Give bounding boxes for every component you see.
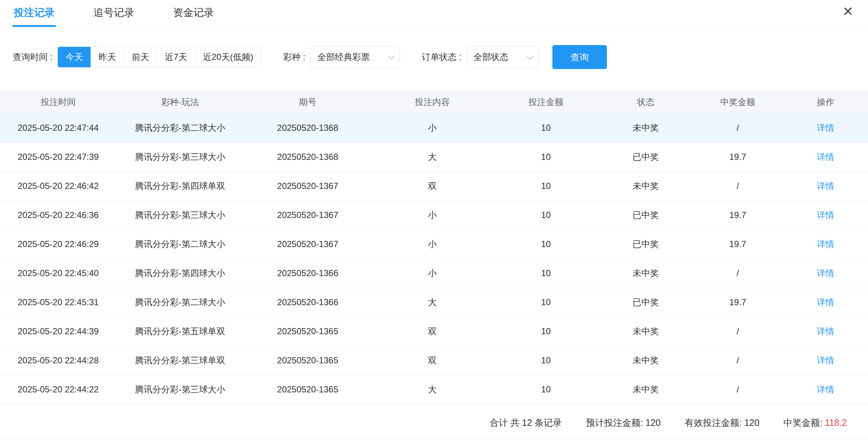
lottery-select-value: 全部经典彩票 xyxy=(317,51,370,63)
table-row: 2025-05-20 22:46:36 腾讯分分彩-第三球大小 20250520… xyxy=(0,201,868,230)
cell-bet-amount: 10 xyxy=(493,113,599,142)
col-issue: 期号 xyxy=(244,90,372,113)
table-body: 2025-05-20 22:47:44 腾讯分分彩-第二球大小 20250520… xyxy=(0,113,868,404)
cell-bet-time: 2025-05-20 22:46:36 xyxy=(0,201,116,230)
cell-bet-time: 2025-05-20 22:44:39 xyxy=(0,317,116,346)
cell-game-play: 腾讯分分彩-第二球大小 xyxy=(116,113,244,142)
lottery-select[interactable]: 全部经典彩票 xyxy=(311,46,400,68)
detail-link[interactable]: 详情 xyxy=(817,384,834,394)
detail-link[interactable]: 详情 xyxy=(817,239,834,249)
table-row: 2025-05-20 22:45:40 腾讯分分彩-第四球大小 20250520… xyxy=(0,259,868,288)
cell-bet-time: 2025-05-20 22:44:28 xyxy=(0,346,116,375)
time-range-option[interactable]: 今天 xyxy=(58,47,91,67)
order-status-select[interactable]: 全部状态 xyxy=(467,46,539,68)
detail-link[interactable]: 详情 xyxy=(817,152,834,162)
cell-bet-content: 双 xyxy=(372,171,493,201)
time-range-option[interactable]: 近20天(低频) xyxy=(195,47,261,67)
cell-game-play: 腾讯分分彩-第二球大小 xyxy=(116,288,244,317)
cell-bet-time: 2025-05-20 22:46:42 xyxy=(0,171,116,201)
cell-bet-time: 2025-05-20 22:45:40 xyxy=(0,259,116,288)
cell-bet-content: 小 xyxy=(372,259,493,288)
summary-prize-label: 中奖金额: xyxy=(783,417,822,428)
detail-link[interactable]: 详情 xyxy=(817,355,834,365)
cell-bet-time: 2025-05-20 22:46:29 xyxy=(0,230,116,259)
cell-issue: 20250520-1366 xyxy=(244,288,372,317)
cell-game-play: 腾讯分分彩-第三球大小 xyxy=(116,201,244,230)
cell-issue: 20250520-1365 xyxy=(244,375,372,404)
cell-bet-amount: 10 xyxy=(493,259,599,288)
cell-bet-amount: 10 xyxy=(493,288,599,317)
col-bet-amount: 投注金额 xyxy=(493,90,599,113)
cell-issue: 20250520-1367 xyxy=(244,201,372,230)
cell-game-play: 腾讯分分彩-第四球单双 xyxy=(116,171,244,201)
summary-valid-value: 120 xyxy=(744,417,760,428)
table-row: 2025-05-20 22:44:39 腾讯分分彩-第五球单双 20250520… xyxy=(0,317,868,346)
summary-valid-label: 有效投注金额: xyxy=(685,417,742,428)
cell-prize: 19.7 xyxy=(693,230,783,259)
col-prize-amount: 中奖金额 xyxy=(693,90,783,113)
tab-chase-records[interactable]: 追号记录 xyxy=(93,0,134,27)
cell-bet-amount: 10 xyxy=(493,201,599,230)
cell-status: 未中奖 xyxy=(599,171,693,201)
table-row: 2025-05-20 22:46:42 腾讯分分彩-第四球单双 20250520… xyxy=(0,171,868,201)
cell-prize: / xyxy=(693,113,783,142)
lottery-filter-label: 彩种 : xyxy=(283,51,305,63)
cell-status: 已中奖 xyxy=(599,288,693,317)
order-status-select-value: 全部状态 xyxy=(473,51,508,63)
cell-issue: 20250520-1367 xyxy=(244,171,372,201)
cell-status: 未中奖 xyxy=(599,113,693,142)
time-range-option[interactable]: 昨天 xyxy=(91,47,124,67)
cell-bet-content: 双 xyxy=(372,346,493,375)
cell-bet-amount: 10 xyxy=(493,230,599,259)
close-icon[interactable]: ✕ xyxy=(840,3,856,20)
cell-bet-amount: 10 xyxy=(493,346,599,375)
cell-game-play: 腾讯分分彩-第五球单双 xyxy=(116,317,244,346)
cell-status: 已中奖 xyxy=(599,201,693,230)
tab-bet-records[interactable]: 投注记录 xyxy=(14,0,55,27)
detail-link[interactable]: 详情 xyxy=(817,210,834,220)
cell-game-play: 腾讯分分彩-第三球大小 xyxy=(116,142,244,171)
detail-link[interactable]: 详情 xyxy=(817,326,834,336)
cell-issue: 20250520-1368 xyxy=(244,113,372,142)
detail-link[interactable]: 详情 xyxy=(817,268,834,278)
cell-bet-amount: 10 xyxy=(493,375,599,404)
cell-bet-time: 2025-05-20 22:44:22 xyxy=(0,375,116,404)
col-action: 操作 xyxy=(783,90,868,113)
detail-link[interactable]: 详情 xyxy=(817,123,834,133)
cell-bet-content: 双 xyxy=(372,317,493,346)
cell-game-play: 腾讯分分彩-第二球大小 xyxy=(116,230,244,259)
cell-game-play: 腾讯分分彩-第三球大小 xyxy=(116,375,244,404)
cell-bet-time: 2025-05-20 22:47:39 xyxy=(0,142,116,171)
cell-issue: 20250520-1368 xyxy=(244,142,372,171)
tab-fund-records[interactable]: 资金记录 xyxy=(173,0,214,27)
table-row: 2025-05-20 22:47:39 腾讯分分彩-第三球大小 20250520… xyxy=(0,142,868,171)
col-game-play: 彩种-玩法 xyxy=(116,90,244,113)
cell-bet-amount: 10 xyxy=(493,171,599,201)
summary-expected-value: 120 xyxy=(645,417,661,428)
time-range-option[interactable]: 近7天 xyxy=(157,47,195,67)
summary-expected-bet: 预计投注金额: 120 xyxy=(586,417,661,429)
detail-link[interactable]: 详情 xyxy=(817,297,834,307)
cell-bet-amount: 10 xyxy=(493,142,599,171)
summary-total-count: 合计 共 12 条记录 xyxy=(489,417,562,429)
cell-prize: 19.7 xyxy=(693,201,783,230)
cell-status: 未中奖 xyxy=(599,259,693,288)
cell-bet-content: 小 xyxy=(372,201,493,230)
query-button[interactable]: 查询 xyxy=(552,45,607,69)
time-range-option[interactable]: 前天 xyxy=(124,47,157,67)
cell-issue: 20250520-1365 xyxy=(244,346,372,375)
summary-expected-label: 预计投注金额: xyxy=(586,417,643,428)
detail-link[interactable]: 详情 xyxy=(817,181,834,191)
cell-prize: 19.7 xyxy=(693,288,783,317)
cell-bet-amount: 10 xyxy=(493,317,599,346)
cell-status: 已中奖 xyxy=(599,230,693,259)
cell-status: 已中奖 xyxy=(599,142,693,171)
cell-bet-content: 大 xyxy=(372,288,493,317)
cell-bet-content: 小 xyxy=(372,113,493,142)
filter-bar: 查询时间 : 今天昨天前天近7天近20天(低频) 彩种 : 全部经典彩票 订单状… xyxy=(0,45,868,69)
cell-bet-time: 2025-05-20 22:45:31 xyxy=(0,288,116,317)
cell-issue: 20250520-1365 xyxy=(244,317,372,346)
table-row: 2025-05-20 22:47:44 腾讯分分彩-第二球大小 20250520… xyxy=(0,113,868,142)
col-bet-content: 投注内容 xyxy=(372,90,493,113)
cell-bet-time: 2025-05-20 22:47:44 xyxy=(0,113,116,142)
